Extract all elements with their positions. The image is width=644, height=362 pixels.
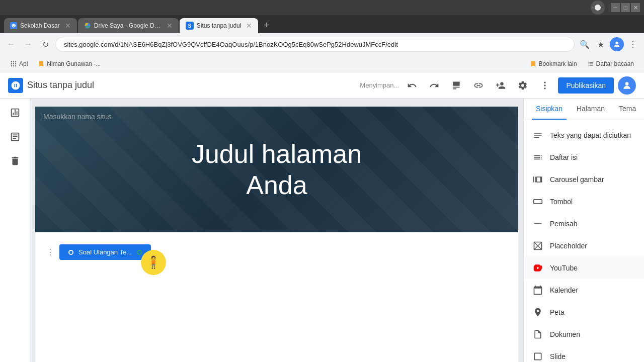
panel-item-label-daftar-isi: Daftar isi <box>550 153 636 161</box>
search-icon-btn[interactable]: 🔍 <box>578 37 592 51</box>
dragging-avatar: 🧍 <box>141 250 166 275</box>
tab-drive[interactable]: Drive Saya - Google Drive ✕ <box>78 18 179 33</box>
profile-avatar[interactable] <box>610 37 624 51</box>
svg-point-13 <box>625 82 629 85</box>
svg-point-11 <box>544 84 546 86</box>
site-name-placeholder[interactable]: Masukkan nama situs <box>43 113 111 121</box>
forward-button[interactable]: → <box>21 37 35 51</box>
maximize-btn[interactable]: □ <box>621 3 630 12</box>
panel-item-icon-kalender <box>532 284 544 296</box>
panel-item-pemisah[interactable]: Pemisah <box>524 213 644 235</box>
left-panel-insert-btn[interactable] <box>5 127 25 147</box>
panel-item-icon-carousel <box>532 173 544 186</box>
panel-tab-sisipkan[interactable]: Sisipkan <box>532 99 567 120</box>
editor-area: Masukkan nama situs Judul halaman Anda ⋮… <box>0 99 644 362</box>
panel-item-icon-daftar-isi <box>532 151 544 163</box>
panel-item-icon-slide <box>532 350 544 362</box>
new-tab-button[interactable]: + <box>259 18 273 32</box>
bookmark-niman[interactable]: Niman Gunawan -... <box>34 58 105 69</box>
svg-rect-14 <box>534 200 542 204</box>
page-canvas: Masukkan nama situs Judul halaman Anda ⋮… <box>35 107 518 362</box>
hero-title-line1: Judul halaman <box>192 138 362 169</box>
menu-btn[interactable]: ⋮ <box>626 37 640 51</box>
svg-point-2 <box>13 61 14 62</box>
panel-item-dokumen[interactable]: Dokumen <box>524 323 644 345</box>
sites-page-title: Situs tanpa judul <box>27 80 94 90</box>
panel-item-placeholder[interactable]: Placeholder <box>524 235 644 257</box>
panel-item-label-pemisah: Pemisah <box>550 220 636 228</box>
panel-item-label-teks: Teks yang dapat diciutkan <box>550 131 636 139</box>
publish-button[interactable]: Publikasikan <box>558 77 614 94</box>
bookmark-apl-label: Apl <box>19 60 28 67</box>
more-options-button[interactable] <box>536 76 554 95</box>
bookmark-other[interactable]: Bookmark lain <box>526 58 581 69</box>
panel-item-tombol[interactable]: Tombol <box>524 191 644 213</box>
link-button[interactable] <box>469 76 488 95</box>
left-panel-delete-btn[interactable] <box>5 151 25 171</box>
content-section[interactable]: ⋮ Soal Ulangan Te... 🧍 <box>35 232 518 362</box>
user-avatar[interactable] <box>618 76 636 95</box>
drag-handle[interactable]: ⋮ <box>45 247 55 257</box>
left-panel <box>0 99 30 362</box>
bookmarks-bar: Apl Niman Gunawan -... Bookmark lain Daf… <box>0 55 644 72</box>
tab-close-school[interactable]: ✕ <box>65 22 71 30</box>
panel-item-icon-teks <box>532 129 544 141</box>
bookmark-reading-label: Daftar bacaan <box>596 60 634 67</box>
left-panel-pages-btn[interactable] <box>5 103 25 123</box>
panel-item-icon-youtube <box>532 262 544 274</box>
address-input[interactable] <box>55 37 575 52</box>
bookmark-niman-label: Niman Gunawan -... <box>47 60 101 67</box>
tab-icon-sites: S <box>186 22 194 30</box>
settings-button[interactable] <box>514 76 532 95</box>
panel-item-slide[interactable]: Slide <box>524 345 644 362</box>
panel-tab-halaman[interactable]: Halaman <box>573 99 609 120</box>
panel-item-peta[interactable]: Peta <box>524 301 644 323</box>
reload-button[interactable]: ↻ <box>38 37 52 51</box>
tab-sekolah-dasar[interactable]: Sekolah Dasar ✕ <box>4 18 77 33</box>
panel-item-carousel[interactable]: Carousel gambar <box>524 168 644 191</box>
bookmark-star-btn[interactable]: ★ <box>594 37 608 51</box>
svg-point-10 <box>544 81 546 83</box>
bookmark-apl[interactable]: Apl <box>6 58 32 69</box>
hero-section[interactable]: Masukkan nama situs Judul halaman Anda <box>35 107 518 232</box>
address-bar-row: ← → ↻ 🔍 ★ ⋮ <box>0 33 644 55</box>
panel-tab-tema[interactable]: Tema <box>615 99 640 120</box>
record-btn[interactable] <box>591 1 605 15</box>
close-btn[interactable]: ✕ <box>631 3 640 12</box>
panel-item-label-tombol: Tombol <box>550 198 636 206</box>
svg-point-8 <box>13 65 14 66</box>
svg-point-0 <box>615 42 618 44</box>
panel-item-teks[interactable]: Teks yang dapat diciutkan <box>524 124 644 146</box>
panel-item-kalender[interactable]: Kalender <box>524 279 644 301</box>
panel-item-daftar-isi[interactable]: Daftar isi <box>524 146 644 168</box>
add-person-button[interactable] <box>492 76 510 95</box>
canvas-area[interactable]: Masukkan nama situs Judul halaman Anda ⋮… <box>30 99 523 362</box>
button-element[interactable]: Soal Ulangan Te... <box>59 244 151 260</box>
tab-label-sites: Situs tanpa judul <box>197 22 242 29</box>
right-panel: Sisipkan Halaman Tema Teks yang dapat di… <box>523 99 644 362</box>
panel-item-youtube[interactable]: YouTube <box>524 257 644 279</box>
panel-item-label-placeholder: Placeholder <box>550 242 636 250</box>
panel-item-icon-placeholder <box>532 240 544 252</box>
minimize-btn[interactable]: ─ <box>611 3 620 12</box>
svg-point-9 <box>15 65 16 66</box>
tab-sites[interactable]: S Situs tanpa judul ✕ <box>180 18 259 33</box>
bookmark-reading[interactable]: Daftar bacaan <box>583 58 638 69</box>
hero-title[interactable]: Judul halaman Anda <box>192 138 362 201</box>
panel-item-label-peta: Peta <box>550 308 636 316</box>
back-button[interactable]: ← <box>4 37 18 51</box>
tab-bar: Sekolah Dasar ✕ Drive Saya - Google Driv… <box>0 15 644 33</box>
tab-icon-drive <box>84 22 91 29</box>
panel-items: Teks yang dapat diciutkan Daftar isi Car… <box>524 120 644 362</box>
tab-label-drive: Drive Saya - Google Drive <box>94 22 162 29</box>
panel-item-label-slide: Slide <box>550 352 636 360</box>
panel-item-label-dokumen: Dokumen <box>550 330 636 338</box>
element-row-button: ⋮ Soal Ulangan Te... 🧍 <box>45 242 508 262</box>
tab-close-drive[interactable]: ✕ <box>167 22 173 30</box>
panel-item-icon-pemisah <box>532 218 544 230</box>
undo-button[interactable] <box>403 76 421 95</box>
redo-button[interactable] <box>425 76 443 95</box>
preview-button[interactable] <box>447 76 465 95</box>
hero-title-line2: Anda <box>192 169 362 201</box>
tab-close-sites[interactable]: ✕ <box>246 22 252 30</box>
